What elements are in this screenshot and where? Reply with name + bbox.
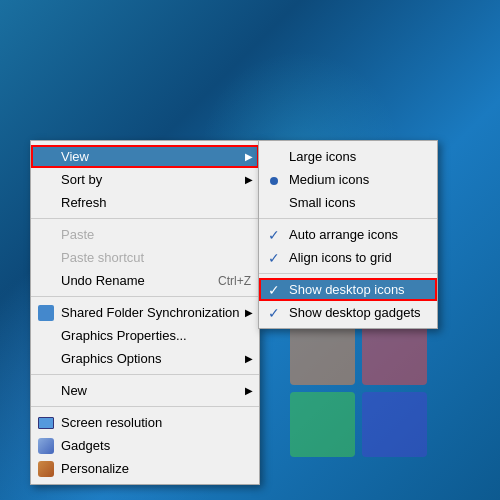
submenu-arrow-icon: ▶ [245, 174, 253, 185]
screen-resolution-icon [37, 414, 55, 432]
menu-separator-1 [31, 218, 259, 219]
submenu-item-show-desktop-icons[interactable]: ✓ Show desktop icons [259, 278, 437, 301]
menu-separator-2 [31, 296, 259, 297]
menu-item-gadgets-label: Gadgets [61, 438, 110, 453]
submenu-separator-1 [259, 218, 437, 219]
submenu-item-large-icons-label: Large icons [289, 149, 356, 164]
windows-logo [290, 320, 440, 470]
menu-item-screen-resolution-label: Screen resolution [61, 415, 162, 430]
menu-item-shared-folder[interactable]: Shared Folder Synchronization ▶ [31, 301, 259, 324]
menu-item-undo-rename-shortcut: Ctrl+Z [198, 274, 251, 288]
menu-item-graphics-options[interactable]: Graphics Options ▶ [31, 347, 259, 370]
checkmark-icon: ✓ [265, 305, 283, 321]
submenu-item-align-to-grid-label: Align icons to grid [289, 250, 392, 265]
menu-item-refresh-label: Refresh [61, 195, 107, 210]
radio-bullet [265, 172, 283, 188]
submenu-item-show-desktop-gadgets[interactable]: ✓ Show desktop gadgets [259, 301, 437, 324]
personalize-icon [37, 460, 55, 478]
menu-item-undo-rename-label: Undo Rename [61, 273, 145, 288]
menu-item-new-label: New [61, 383, 87, 398]
checkmark-icon: ✓ [265, 227, 283, 243]
submenu-item-auto-arrange[interactable]: ✓ Auto arrange icons [259, 223, 437, 246]
menu-item-view[interactable]: View ▶ [31, 145, 259, 168]
submenu-arrow-icon: ▶ [245, 385, 253, 396]
gadgets-icon [37, 437, 55, 455]
menu-separator-3 [31, 374, 259, 375]
menu-item-gadgets[interactable]: Gadgets [31, 434, 259, 457]
submenu-arrow-icon: ▶ [245, 353, 253, 364]
menu-item-personalize[interactable]: Personalize [31, 457, 259, 480]
submenu-arrow-icon: ▶ [245, 307, 253, 318]
submenu-item-show-desktop-icons-label: Show desktop icons [289, 282, 405, 297]
menu-item-paste-label: Paste [61, 227, 94, 242]
menu-item-sort-by-label: Sort by [61, 172, 102, 187]
submenu-item-show-desktop-gadgets-label: Show desktop gadgets [289, 305, 421, 320]
submenu-item-medium-icons-label: Medium icons [289, 172, 369, 187]
checkmark-icon: ✓ [265, 282, 283, 298]
menu-item-undo-rename[interactable]: Undo Rename Ctrl+Z [31, 269, 259, 292]
menu-separator-4 [31, 406, 259, 407]
submenu-item-small-icons[interactable]: Small icons [259, 191, 437, 214]
shared-folder-icon [37, 304, 55, 322]
menu-item-view-label: View [61, 149, 89, 164]
main-context-menu[interactable]: View ▶ Sort by ▶ Refresh Paste Paste sho… [30, 140, 260, 485]
menu-item-personalize-label: Personalize [61, 461, 129, 476]
menu-item-paste-shortcut[interactable]: Paste shortcut [31, 246, 259, 269]
submenu-arrow-icon: ▶ [245, 151, 253, 162]
menu-item-graphics-options-label: Graphics Options [61, 351, 161, 366]
menu-item-refresh[interactable]: Refresh [31, 191, 259, 214]
submenu-item-auto-arrange-label: Auto arrange icons [289, 227, 398, 242]
menu-item-graphics-properties[interactable]: Graphics Properties... [31, 324, 259, 347]
menu-item-sort-by[interactable]: Sort by ▶ [31, 168, 259, 191]
menu-item-shared-folder-label: Shared Folder Synchronization [61, 305, 240, 320]
submenu-item-medium-icons[interactable]: Medium icons [259, 168, 437, 191]
menu-item-paste-shortcut-label: Paste shortcut [61, 250, 144, 265]
submenu-item-large-icons[interactable]: Large icons [259, 145, 437, 168]
submenu-separator-2 [259, 273, 437, 274]
submenu-item-align-to-grid[interactable]: ✓ Align icons to grid [259, 246, 437, 269]
menu-item-paste[interactable]: Paste [31, 223, 259, 246]
menu-item-new[interactable]: New ▶ [31, 379, 259, 402]
view-submenu[interactable]: Large icons Medium icons Small icons ✓ A… [258, 140, 438, 329]
menu-item-screen-resolution[interactable]: Screen resolution [31, 411, 259, 434]
submenu-item-small-icons-label: Small icons [289, 195, 355, 210]
menu-item-graphics-properties-label: Graphics Properties... [61, 328, 187, 343]
checkmark-icon: ✓ [265, 250, 283, 266]
